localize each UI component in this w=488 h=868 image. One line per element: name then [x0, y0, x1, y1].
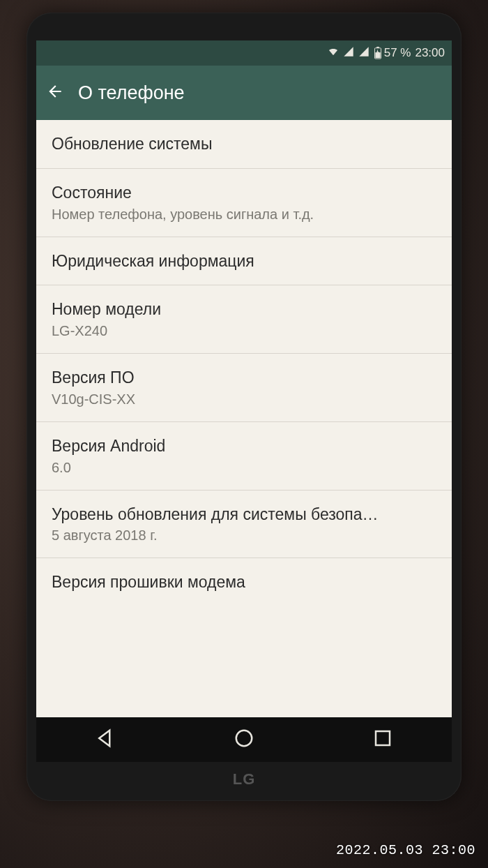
row-status[interactable]: Состояние Номер телефона, уровень сигнал…: [36, 169, 452, 237]
row-title: Версия ПО: [52, 368, 436, 388]
settings-list[interactable]: Обновление системы Состояние Номер телеф…: [36, 120, 452, 597]
nav-recent-button[interactable]: [372, 728, 393, 751]
row-title: Обновление системы: [52, 134, 436, 154]
row-title: Уровень обновления для системы безопа…: [52, 504, 436, 525]
row-baseband-version[interactable]: Версия прошивки модема: [36, 558, 452, 597]
row-model-number[interactable]: Номер модели LG-X240: [36, 285, 452, 354]
phone-screen: 57 % 23:00 О телефоне Обновление системы…: [36, 40, 452, 717]
row-subtitle: LG-X240: [52, 322, 436, 339]
signal-icon-1: [343, 46, 354, 61]
camera-timestamp: 2022.05.03 23:00: [336, 842, 475, 858]
phone-frame: 57 % 23:00 О телефоне Обновление системы…: [26, 13, 462, 801]
row-title: Версия прошивки модема: [52, 572, 436, 592]
row-legal-info[interactable]: Юридическая информация: [36, 237, 452, 286]
nav-back-button[interactable]: [95, 728, 116, 751]
row-security-patch[interactable]: Уровень обновления для системы безопа… 5…: [36, 491, 452, 559]
battery-percent: 57 %: [384, 46, 411, 60]
row-android-version[interactable]: Версия Android 6.0: [36, 422, 452, 491]
page-title: О телефоне: [78, 82, 185, 104]
signal-icon-2: [358, 46, 369, 61]
svg-point-3: [236, 731, 252, 747]
row-system-update[interactable]: Обновление системы: [36, 120, 452, 169]
back-button[interactable]: [46, 82, 64, 103]
row-title: Номер модели: [52, 299, 436, 320]
nav-home-button[interactable]: [234, 728, 254, 751]
navigation-bar: [36, 717, 452, 762]
svg-rect-4: [376, 731, 390, 745]
row-subtitle: Номер телефона, уровень сигнала и т.д.: [52, 206, 436, 223]
wifi-icon: [328, 46, 339, 61]
row-title: Юридическая информация: [52, 251, 436, 271]
svg-rect-1: [376, 47, 379, 48]
row-title: Версия Android: [52, 436, 436, 456]
row-subtitle: 5 августа 2018 г.: [52, 527, 436, 544]
battery-indicator: 57 %: [374, 46, 411, 60]
row-software-version[interactable]: Версия ПО V10g-CIS-XX: [36, 354, 452, 422]
phone-logo: LG: [26, 770, 462, 788]
row-subtitle: V10g-CIS-XX: [52, 391, 436, 407]
row-title: Состояние: [52, 183, 436, 203]
clock: 23:00: [415, 46, 445, 60]
app-bar: О телефоне: [36, 66, 452, 120]
row-subtitle: 6.0: [52, 459, 436, 476]
status-bar: 57 % 23:00: [36, 40, 452, 66]
